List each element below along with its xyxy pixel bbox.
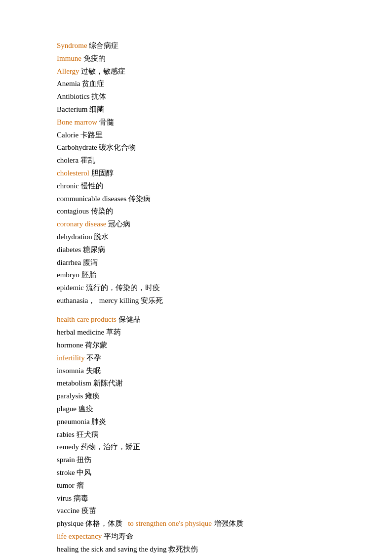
chinese-translation: 疫苗 xyxy=(79,507,96,514)
english-term: embryo xyxy=(57,271,79,279)
vocab-line: tumor 瘤 xyxy=(57,479,362,492)
chinese-translation: 中风 xyxy=(75,469,92,476)
english-term: tumor xyxy=(57,481,75,489)
vocab-line: cholesterol 胆固醇 xyxy=(57,167,362,180)
vocab-line: Syndrome 综合病症 xyxy=(57,40,362,52)
vocab-line: health care products 保健品 xyxy=(57,313,362,326)
chinese-translation: 贫血症 xyxy=(80,80,104,87)
chinese-translation: 狂犬病 xyxy=(75,430,99,438)
chinese-translation: 瘟疫 xyxy=(77,405,93,413)
vocab-line: Immune 免疫的 xyxy=(57,52,362,65)
vocab-line: Calorie 卡路里 xyxy=(57,129,362,142)
vocab-line: herbal medicine 草药 xyxy=(57,326,362,339)
vocab-line: Allergy 过敏，敏感症 xyxy=(57,65,362,78)
extra-chinese-translation: 增强体质 xyxy=(212,519,243,527)
chinese-translation: 荷尔蒙 xyxy=(83,341,107,349)
vocab-line: physique 体格，体质 to strengthen one's physi… xyxy=(57,517,362,530)
english-term: contagious xyxy=(57,207,89,215)
spacer xyxy=(57,307,362,314)
chinese-translation: 病毒 xyxy=(72,494,88,502)
english-term: Syndrome xyxy=(57,42,87,49)
english-term: Anemia xyxy=(57,80,80,87)
chinese-translation: 免疫的 xyxy=(81,54,106,62)
english-term: pneumonia xyxy=(57,418,90,426)
vocab-line: insomnia 失眠 xyxy=(57,365,362,378)
chinese-translation: 安乐死 xyxy=(139,297,163,304)
chinese-translation: 传染病 xyxy=(126,195,151,203)
english-term: cholesterol xyxy=(57,169,89,177)
english-term: herbal medicine xyxy=(57,328,104,336)
english-term: vaccine xyxy=(57,507,79,514)
vocab-line: hormone 荷尔蒙 xyxy=(57,339,362,352)
vocab-line: rabies 狂犬病 xyxy=(57,428,362,441)
english-term: Bacterium xyxy=(57,105,87,113)
vocab-line: paralysis 瘫痪 xyxy=(57,390,362,403)
english-term: Bone marrow xyxy=(57,118,97,126)
vocab-line: cholera 霍乱 xyxy=(57,154,362,167)
vocab-line: healing the sick and saving the dying 救死… xyxy=(57,543,362,555)
english-term: euthanasia， mercy killing xyxy=(57,297,139,304)
chinese-translation: 流行的，传染的，时疫 xyxy=(84,284,160,292)
english-term: diarrhea xyxy=(57,258,81,266)
vocab-line: vaccine 疫苗 xyxy=(57,505,362,517)
english-term: Immune xyxy=(57,54,81,62)
vocab-line: embryo 胚胎 xyxy=(57,269,362,282)
extra-english-term: to strengthen one's physique xyxy=(128,519,212,527)
english-term: communicable diseases xyxy=(57,195,126,203)
english-term: insomnia xyxy=(57,367,84,375)
english-term: life expectancy xyxy=(57,532,102,540)
chinese-translation: 慢性的 xyxy=(79,182,103,190)
english-term: healing the sick and saving the dying xyxy=(57,545,166,553)
chinese-translation: 瘫痪 xyxy=(83,392,100,400)
vocab-line: remedy 药物，治疗，矫正 xyxy=(57,441,362,454)
english-term: virus xyxy=(57,494,72,502)
chinese-translation: 过敏，敏感症 xyxy=(79,67,126,75)
vocab-container: Syndrome 综合病症Immune 免疫的Allergy 过敏，敏感症Ane… xyxy=(57,40,362,555)
chinese-translation: 腹泻 xyxy=(81,258,98,266)
chinese-translation: 药物，治疗，矫正 xyxy=(79,443,140,451)
english-term: epidemic xyxy=(57,284,84,292)
chinese-translation: 保健品 xyxy=(117,315,141,323)
chinese-translation: 骨髓 xyxy=(97,118,114,126)
vocab-line: epidemic 流行的，传染的，时疫 xyxy=(57,282,362,295)
vocab-line: dehydration 脱水 xyxy=(57,231,362,244)
english-term: hormone xyxy=(57,341,83,349)
vocab-line: chronic 慢性的 xyxy=(57,180,362,193)
chinese-translation: 新陈代谢 xyxy=(91,379,123,387)
vocab-line: Bone marrow 骨髓 xyxy=(57,116,362,129)
english-term: cholera xyxy=(57,156,78,164)
english-term: stroke xyxy=(57,469,75,476)
chinese-translation: 脱水 xyxy=(92,233,109,241)
chinese-translation: 糖尿病 xyxy=(81,246,105,254)
english-term: physique xyxy=(57,519,83,527)
chinese-translation: 瘤 xyxy=(75,481,84,489)
chinese-translation: 失眠 xyxy=(84,367,101,375)
vocab-line: life expectancy 平均寿命 xyxy=(57,530,362,543)
vocab-line: sprain 扭伤 xyxy=(57,454,362,467)
vocab-line: communicable diseases 传染病 xyxy=(57,193,362,206)
english-term: Carbohydrate xyxy=(57,143,97,151)
english-term: sprain xyxy=(57,456,75,464)
chinese-translation: 卡路里 xyxy=(78,131,103,139)
english-term: plague xyxy=(57,405,77,413)
vocab-line: diabetes 糖尿病 xyxy=(57,244,362,256)
chinese-translation: 草药 xyxy=(104,328,121,336)
chinese-translation: 霍乱 xyxy=(78,156,95,164)
english-term: dehydration xyxy=(57,233,92,241)
english-term: metabolism xyxy=(57,379,91,387)
chinese-translation: 胆固醇 xyxy=(89,169,114,177)
english-term: paralysis xyxy=(57,392,83,400)
chinese-translation: 平均寿命 xyxy=(102,532,133,540)
vocab-line: Bacterium 细菌 xyxy=(57,103,362,116)
english-term: rabies xyxy=(57,430,75,438)
chinese-translation: 救死扶伤 xyxy=(166,545,198,553)
chinese-translation: 综合病症 xyxy=(87,42,119,49)
vocab-line: Anemia 贫血症 xyxy=(57,78,362,90)
english-term: Allergy xyxy=(57,67,79,75)
chinese-translation: 抗体 xyxy=(90,92,107,100)
vocab-line: coronary disease 冠心病 xyxy=(57,218,362,231)
vocab-line: virus 病毒 xyxy=(57,492,362,505)
vocab-line: Carbohydrate 碳水化合物 xyxy=(57,141,362,154)
chinese-translation: 不孕 xyxy=(85,354,102,362)
english-term: health care products xyxy=(57,315,117,323)
